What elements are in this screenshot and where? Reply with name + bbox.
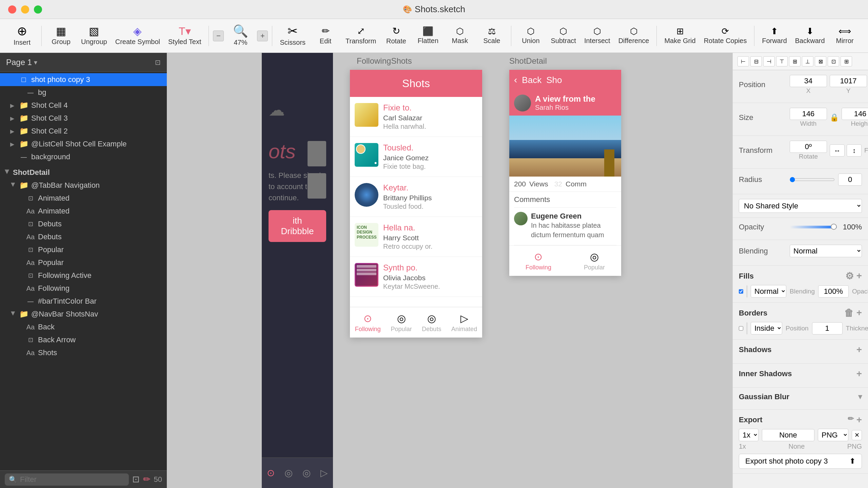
border-thickness-input[interactable] [812,322,843,334]
fill-opacity-input[interactable] [818,285,849,298]
layer-bartintcolor-bar[interactable]: — #barTintColor Bar [0,295,167,308]
fills-settings-icon[interactable]: ⚙ [845,270,854,282]
filter-input-wrap[interactable]: 🔍 [5,473,129,486]
rotate-tool[interactable]: ↻ Rotate [381,24,411,47]
fill-blending-select[interactable]: Normal [751,285,786,298]
debuts-tab-icon[interactable]: ◎ [302,467,311,479]
gaussian-blur-toggle[interactable]: ▾ [858,392,862,401]
make-grid-tool[interactable]: ⊞ Make Grid [661,25,699,47]
sign-in-button[interactable]: ith Dribbble [269,210,326,242]
detail-tab-following[interactable]: ⊙ Following [526,251,551,271]
align-center-h-button[interactable]: ⊟ [750,56,762,66]
intersect-tool[interactable]: ⬡ Intersect [581,25,614,47]
scissors-tool[interactable]: ✂ Scissors [276,23,309,48]
edit-tool[interactable]: ✏ Edit [310,24,341,47]
layer-following-text[interactable]: Aa Following [0,282,167,295]
tab-following[interactable]: ⊙ Following [355,312,381,333]
export-suffix-input[interactable] [762,429,814,441]
layer-shot-cell-3[interactable]: ▶ 📁 Shot Cell 3 [0,112,167,125]
distribute-h-button[interactable]: ⊠ [815,56,826,66]
rotate-copies-tool[interactable]: ⟳ Rotate Copies [701,25,750,47]
detail-tab-popular[interactable]: ◎ Popular [584,251,605,271]
layer-background[interactable]: — background [0,150,167,163]
align-bottom-button[interactable]: ⊥ [802,56,813,66]
tab-animated[interactable]: ▷ Animated [451,312,477,333]
tab-popular[interactable]: ◎ Popular [391,312,412,333]
layer-animated-text[interactable]: Aa Animated [0,205,167,218]
radius-input[interactable] [838,174,862,186]
zoom-plus-button[interactable]: + [257,30,268,41]
following-tab-icon[interactable]: ⊙ [267,467,275,479]
layer-tabbar-nav[interactable]: ▶ 📁 @TabBar Navigation [0,179,167,192]
zoom-level[interactable]: 🔍 47% [225,23,256,48]
width-input[interactable] [790,108,827,120]
animated-tab-icon[interactable]: ▷ [320,467,328,479]
borders-delete-icon[interactable]: 🗑 [844,307,854,319]
flip-h-button[interactable]: ↔ [830,144,845,157]
filter-input[interactable] [20,475,125,484]
radius-slider[interactable] [790,177,835,182]
export-button[interactable]: Export shot photo copy 3 ⬆ [739,454,862,469]
align-right-button[interactable]: ⊣ [763,56,775,66]
group-tool[interactable]: ▦ Group [46,24,76,48]
inner-shadows-add-button[interactable]: + [856,368,862,379]
export-format-select[interactable]: PNG [818,429,848,441]
difference-tool[interactable]: ⬡ Difference [615,25,653,47]
layer-animated-icon[interactable]: ⊡ Animated [0,192,167,205]
export-remove-button[interactable]: ✕ [852,430,862,440]
shot-item-1[interactable]: Fixie to. Carl Salazar Hella narwhal. [350,97,482,137]
export-edit-icon[interactable]: ✏ [848,414,854,425]
flip-v-button[interactable]: ↕ [847,144,862,157]
align-center-v-button[interactable]: ⊞ [789,56,801,66]
shadows-add-button[interactable]: + [856,344,862,355]
create-symbol-tool[interactable]: ◈ Create Symbol [112,24,163,48]
layer-shot-cell-2[interactable]: ▶ 📁 Shot Cell 2 [0,125,167,138]
page-selector[interactable]: Page 1 ▾ ⊡ [0,53,167,72]
distribute-v-button[interactable]: ⊡ [828,56,839,66]
align-left-button[interactable]: ⊢ [737,56,749,66]
align-top-button[interactable]: ⊤ [776,56,788,66]
mirror-tool[interactable]: ⟺ Mirror [830,25,860,47]
layer-back-text[interactable]: Aa Back [0,321,167,333]
shot-item-3[interactable]: Keytar. Brittany Phillips Tousled food. [350,177,482,217]
layer-shot-photo-copy-3[interactable]: □ shot photo copy 3 [0,73,167,86]
distribute-extra-button[interactable]: ⊞ [841,56,852,66]
layer-back-arrow[interactable]: ⊡ Back Arrow [0,333,167,346]
y-input[interactable] [830,75,867,87]
opacity-slider[interactable] [790,226,837,228]
close-button[interactable] [8,5,16,14]
minimize-button[interactable] [21,5,29,14]
layer-shot-cell-4[interactable]: ▶ 📁 Shot Cell 4 [0,99,167,112]
layer-popular-icon[interactable]: ⊡ Popular [0,243,167,256]
edit-layers-button[interactable]: ✏ [143,474,151,485]
export-size-select[interactable]: 1x [739,429,758,441]
shared-style-select[interactable]: No Shared Style [739,199,862,213]
ungroup-tool[interactable]: ▧ Ungroup [78,24,111,48]
scale-tool[interactable]: ⚖ Scale [476,25,507,47]
fills-add-button[interactable]: + [856,270,862,282]
shot-item-4[interactable]: ICONDESIGNPROCESS Hella na. Harry Scott … [350,217,482,257]
transform-tool[interactable]: ⤢ Transform [342,24,379,47]
subtract-tool[interactable]: ⬡ Subtract [547,25,579,47]
shot-item-5[interactable]: Synth po. Olivia Jacobs Keytar McSweene. [350,257,482,297]
flatten-tool[interactable]: ⬛ Flatten [413,25,443,47]
borders-add-button[interactable]: + [856,307,862,319]
back-button[interactable]: ‹ [514,75,517,85]
layer-bg[interactable]: — bg [0,86,167,99]
mask-tool[interactable]: ⬡ Mask [445,25,475,47]
union-tool[interactable]: ⬡ Union [515,25,546,47]
border-checkbox[interactable] [739,325,743,332]
layer-debuts-icon[interactable]: ⊡ Debuts [0,218,167,230]
forward-tool[interactable]: ⬆ Forward [758,25,790,47]
layer-debuts-text[interactable]: Aa Debuts [0,230,167,243]
height-input[interactable] [842,108,868,120]
copy-layers-button[interactable]: ⊡ [132,474,140,485]
styled-text-tool[interactable]: T▾ Styled Text [165,24,204,48]
maximize-button[interactable] [34,5,42,14]
layer-following-active[interactable]: ⊡ Following Active [0,269,167,282]
layer-listcell-example[interactable]: ▶ 📁 @ListCell Shot Cell Example [0,138,167,150]
insert-tool[interactable]: ⊕ Insert [7,23,37,48]
rotate-input[interactable] [790,141,827,153]
fill-checkbox[interactable] [739,288,743,295]
page-settings-icon[interactable]: ⊡ [155,58,161,66]
